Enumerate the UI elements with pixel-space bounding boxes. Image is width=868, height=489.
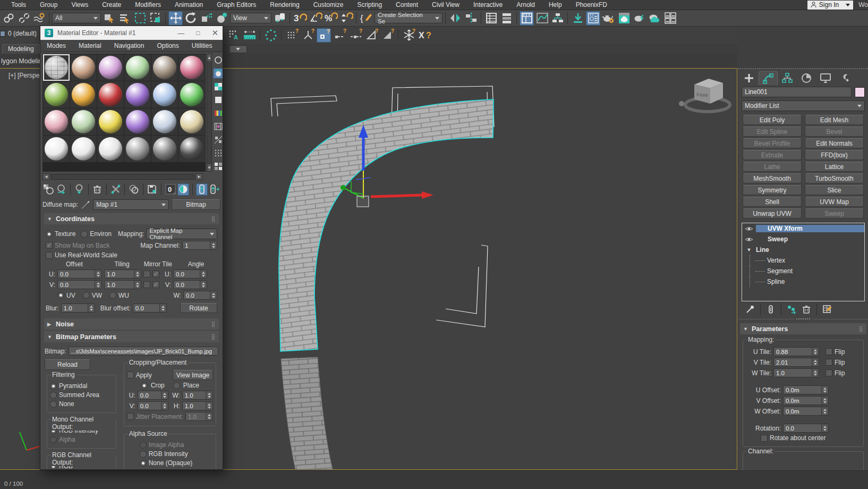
select-and-place-icon[interactable] bbox=[215, 11, 229, 26]
toggle-layer-explorer-icon[interactable] bbox=[499, 11, 514, 26]
scroll-up-icon[interactable]: ▲ bbox=[207, 54, 211, 61]
menu-interactive[interactable]: Interactive bbox=[466, 1, 509, 9]
material-sample-slot-6[interactable] bbox=[43, 81, 70, 108]
crop-h-spinner[interactable]: 1.0 bbox=[182, 401, 213, 410]
menu-modes[interactable]: Modes bbox=[47, 42, 66, 49]
modifier-button-edit-mesh[interactable]: Edit Mesh bbox=[805, 115, 864, 125]
environ-radio[interactable] bbox=[81, 231, 88, 238]
v-tile-spinner[interactable]: 2.01 bbox=[773, 358, 819, 367]
unlink-selection-icon[interactable] bbox=[16, 11, 31, 26]
delete-map-icon[interactable] bbox=[92, 183, 103, 196]
parameters-rollout-header[interactable]: ▼ Parameters ⣿ bbox=[740, 323, 866, 334]
material-sample-slot-20[interactable] bbox=[97, 136, 124, 162]
u-mirror-checkbox[interactable] bbox=[143, 271, 150, 277]
menu-navigation[interactable]: Navigation bbox=[114, 42, 144, 49]
snaps-toggle-3d-icon[interactable]: 3 bbox=[293, 11, 307, 26]
material-sample-slot-16[interactable] bbox=[151, 108, 178, 135]
snap-edge-icon[interactable]: ? bbox=[333, 28, 347, 43]
modifier-button-ffd-box[interactable]: FFD(box) bbox=[805, 150, 864, 160]
modifier-button-lathe[interactable]: Lathe bbox=[743, 162, 802, 172]
video-color-check-icon[interactable] bbox=[213, 108, 223, 119]
v-tile-checkbox[interactable] bbox=[152, 281, 159, 288]
toggle-ribbon-icon[interactable] bbox=[520, 11, 534, 26]
modifier-button-edit-spline[interactable]: Edit Spline bbox=[743, 127, 802, 137]
minimize-icon[interactable]: — bbox=[177, 29, 184, 37]
quick-render-icon[interactable] bbox=[632, 11, 646, 26]
crop-w-spinner[interactable]: 1.0 bbox=[182, 391, 213, 400]
viewport-label[interactable]: [+] [Perspe bbox=[8, 72, 39, 79]
snap-midpoint-icon[interactable]: ? bbox=[348, 28, 363, 43]
material-sample-slot-4[interactable] bbox=[151, 54, 178, 81]
modifier-button-sweep[interactable]: Sweep bbox=[805, 208, 864, 218]
menu-graph-editors[interactable]: Graph Editors bbox=[210, 1, 263, 9]
modifier-button-symmetry[interactable]: Symmetry bbox=[743, 185, 802, 195]
material-sample-slot-22[interactable] bbox=[151, 136, 178, 162]
v-tiling-spinner[interactable]: 1.0 bbox=[104, 280, 141, 289]
modifier-button-bevel[interactable]: Bevel bbox=[805, 127, 864, 137]
measure-distance-icon[interactable] bbox=[242, 28, 257, 43]
u-offset-spinner[interactable]: 0.0 bbox=[57, 269, 102, 279]
blur-offset-spinner[interactable]: 0.0 bbox=[133, 303, 167, 313]
render-setup-icon[interactable] bbox=[601, 11, 616, 26]
percent-snap-toggle-icon[interactable]: % bbox=[324, 11, 338, 26]
make-preview-icon[interactable] bbox=[213, 121, 223, 132]
material-sample-slot-7[interactable] bbox=[70, 81, 97, 108]
select-and-link-icon[interactable] bbox=[1, 11, 15, 26]
show-map-on-back-checkbox[interactable] bbox=[46, 242, 53, 249]
palette-vertical-scrollbar[interactable]: ▲ ▼ bbox=[207, 54, 212, 172]
schematic-view-icon[interactable] bbox=[550, 11, 565, 26]
jitter-placement-checkbox[interactable] bbox=[127, 413, 134, 420]
sign-in-button[interactable]: Sign In bbox=[807, 1, 853, 10]
current-layer-label[interactable]: 0 (default) bbox=[8, 30, 37, 37]
image-alpha-radio[interactable] bbox=[140, 442, 147, 449]
expand-triangle-icon[interactable]: ▼ bbox=[742, 247, 756, 252]
menu-group[interactable]: Group bbox=[33, 1, 64, 9]
snap-face-filled-icon[interactable]: ? bbox=[380, 28, 395, 43]
put-material-to-scene-icon[interactable] bbox=[55, 183, 66, 196]
make-unique-icon[interactable] bbox=[785, 303, 798, 316]
material-sample-slot-18[interactable] bbox=[43, 136, 70, 162]
rotate-button[interactable]: Rotate bbox=[180, 303, 217, 313]
map-name-dropdown[interactable]: Map #1 bbox=[93, 199, 169, 210]
spinner-snap-toggle-icon[interactable] bbox=[339, 11, 353, 26]
show-shaded-material-in-viewport-icon[interactable] bbox=[177, 183, 189, 196]
u-offset-spinner[interactable]: 0.0m bbox=[783, 385, 829, 394]
ribbon-minimize-button[interactable] bbox=[229, 45, 247, 53]
edit-named-selection-sets-icon[interactable]: { bbox=[359, 11, 373, 26]
alpha-rgb-intensity-radio[interactable] bbox=[140, 451, 147, 458]
assign-material-to-selection-icon[interactable] bbox=[74, 183, 85, 196]
palette-horizontal-scrollbar[interactable]: ◄ ► bbox=[42, 173, 203, 180]
visibility-eye-icon[interactable] bbox=[742, 226, 756, 232]
v-offset-spinner[interactable]: 0.0 bbox=[57, 280, 102, 289]
modifier-button-unwrap-uvw[interactable]: Unwrap UVW bbox=[743, 208, 802, 218]
rotate-about-center-checkbox[interactable] bbox=[761, 435, 768, 442]
make-material-copy-icon[interactable] bbox=[128, 183, 139, 196]
bitmap-path-field[interactable]: ...s\3dsMax\sceneassets\images\JP_Brick0… bbox=[69, 347, 218, 356]
remove-modifier-icon[interactable] bbox=[800, 303, 813, 316]
material-sample-slot-2[interactable] bbox=[97, 54, 124, 81]
tab-motion[interactable] bbox=[797, 71, 816, 85]
modifier-button-bevel-profile[interactable]: Bevel Profile bbox=[743, 138, 802, 148]
visibility-eye-icon[interactable] bbox=[742, 237, 756, 242]
menu-arnold[interactable]: Arnold bbox=[509, 1, 542, 9]
w-tile-spinner[interactable]: 1.0 bbox=[773, 368, 819, 377]
crop-u-spinner[interactable]: 0.0 bbox=[138, 391, 168, 400]
modifier-button-uvw-map[interactable]: UVW Map bbox=[805, 197, 864, 207]
material-sample-slot-9[interactable] bbox=[124, 81, 151, 108]
menu-tools[interactable]: Tools bbox=[4, 1, 33, 9]
select-and-move-icon[interactable] bbox=[168, 11, 183, 26]
reload-button[interactable]: Reload bbox=[45, 359, 90, 370]
v-mirror-checkbox[interactable] bbox=[143, 281, 150, 288]
gizmo-plane-handle-yz[interactable] bbox=[351, 181, 363, 194]
material-map-navigator-icon[interactable] bbox=[213, 161, 223, 172]
modifier-button-extrude[interactable]: Extrude bbox=[743, 150, 802, 160]
arch-lower-segment[interactable] bbox=[281, 357, 333, 469]
texture-radio[interactable] bbox=[46, 231, 53, 238]
tab-hierarchy[interactable] bbox=[778, 71, 797, 85]
menu-scripting[interactable]: Scripting bbox=[350, 1, 389, 9]
mono-alpha-radio[interactable] bbox=[50, 436, 57, 443]
snap-frozen-icon[interactable]: ? bbox=[402, 28, 416, 43]
gizmo-y-handle[interactable] bbox=[341, 185, 346, 190]
rotation-spinner[interactable]: 0.0 bbox=[783, 424, 829, 433]
menu-phoenixfd[interactable]: PhoenixFD bbox=[569, 1, 614, 9]
